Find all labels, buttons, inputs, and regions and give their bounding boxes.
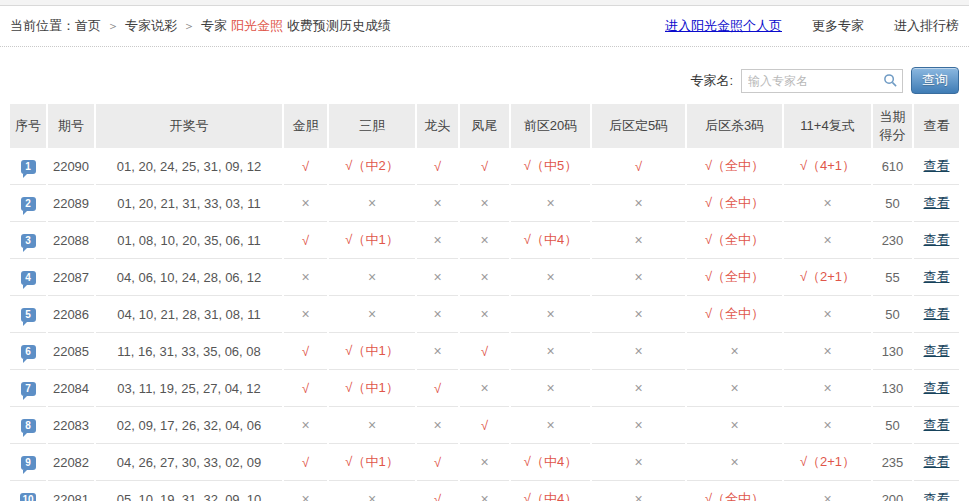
cell-front-20: √（中5） bbox=[511, 148, 590, 185]
cell-draw-numbers: 04, 10, 21, 28, 31, 08, 11 bbox=[96, 296, 282, 333]
cell-view: 查看 bbox=[914, 296, 959, 333]
cell-11-4-compound: × bbox=[784, 333, 871, 370]
cell-11-4-compound: × bbox=[784, 407, 871, 444]
view-link[interactable]: 查看 bbox=[924, 343, 950, 358]
cell-three-dan: × bbox=[329, 185, 415, 222]
cell-11-4-compound: × bbox=[784, 185, 871, 222]
cell-back-5: × bbox=[592, 296, 685, 333]
cell-front-20: √（中4） bbox=[511, 481, 590, 501]
cell-draw-numbers: 03, 11, 19, 25, 27, 04, 12 bbox=[96, 370, 282, 407]
breadcrumb-expert-talk[interactable]: 专家说彩 bbox=[125, 18, 177, 33]
view-link[interactable]: 查看 bbox=[924, 269, 950, 284]
cell-rank: 1 bbox=[10, 148, 46, 185]
cell-score: 610 bbox=[873, 148, 912, 185]
cell-draw-numbers: 01, 20, 21, 31, 33, 03, 11 bbox=[96, 185, 282, 222]
cell-rank: 6 bbox=[10, 333, 46, 370]
cell-score: 50 bbox=[873, 296, 912, 333]
cell-dragon-head: × bbox=[417, 333, 458, 370]
cell-issue: 22082 bbox=[48, 444, 94, 481]
cell-phoenix-tail: × bbox=[460, 296, 509, 333]
cell-rank: 10 bbox=[10, 481, 46, 501]
search-input[interactable] bbox=[741, 69, 903, 93]
cell-front-20: × bbox=[511, 333, 590, 370]
magnifier-icon[interactable] bbox=[883, 73, 898, 88]
table-row: 12209001, 20, 24, 25, 31, 09, 12√√（中2）√√… bbox=[10, 148, 959, 185]
view-link[interactable]: 查看 bbox=[924, 491, 950, 501]
cell-front-20: × bbox=[511, 407, 590, 444]
cell-front-20: √（中4） bbox=[511, 222, 590, 259]
search-bar: 专家名: 查询 bbox=[0, 47, 969, 104]
cell-draw-numbers: 04, 26, 27, 30, 33, 02, 09 bbox=[96, 444, 282, 481]
cell-issue: 22084 bbox=[48, 370, 94, 407]
breadcrumb-home[interactable]: 首页 bbox=[75, 18, 101, 33]
cell-back-5: × bbox=[592, 444, 685, 481]
cell-dragon-head: √ bbox=[417, 148, 458, 185]
cell-score: 200 bbox=[873, 481, 912, 501]
cell-score: 235 bbox=[873, 444, 912, 481]
cell-rank: 3 bbox=[10, 222, 46, 259]
cell-issue: 22088 bbox=[48, 222, 94, 259]
cell-back-5: × bbox=[592, 481, 685, 501]
rank-badge: 5 bbox=[21, 308, 36, 322]
ranking-list-link[interactable]: 进入排行榜 bbox=[894, 17, 959, 35]
cell-back-kill-3: × bbox=[687, 407, 782, 444]
breadcrumb-expert-label: 专家 bbox=[201, 18, 227, 33]
view-link[interactable]: 查看 bbox=[924, 380, 950, 395]
breadcrumb-separator: ＞ bbox=[107, 19, 119, 33]
cell-three-dan: × bbox=[329, 407, 415, 444]
view-link[interactable]: 查看 bbox=[924, 417, 950, 432]
col-front-20: 前区20码 bbox=[511, 104, 590, 148]
table-row: 52208604, 10, 21, 28, 31, 08, 11××××××√（… bbox=[10, 296, 959, 333]
cell-phoenix-tail: √ bbox=[460, 148, 509, 185]
cell-phoenix-tail: √ bbox=[460, 333, 509, 370]
cell-back-5: √ bbox=[592, 148, 685, 185]
view-link[interactable]: 查看 bbox=[924, 232, 950, 247]
view-link[interactable]: 查看 bbox=[924, 306, 950, 321]
cell-front-20: × bbox=[511, 296, 590, 333]
cell-draw-numbers: 11, 16, 31, 33, 35, 06, 08 bbox=[96, 333, 282, 370]
col-draw-numbers: 开奖号 bbox=[96, 104, 282, 148]
table-row: 72208403, 11, 19, 25, 27, 04, 12√√（中1）√×… bbox=[10, 370, 959, 407]
cell-score: 130 bbox=[873, 333, 912, 370]
rank-badge: 1 bbox=[21, 160, 36, 174]
search-button[interactable]: 查询 bbox=[911, 67, 959, 94]
cell-draw-numbers: 05, 10, 19, 31, 32, 09, 10 bbox=[96, 481, 282, 501]
view-link[interactable]: 查看 bbox=[924, 195, 950, 210]
cell-phoenix-tail: × bbox=[460, 259, 509, 296]
cell-three-dan: √（中1） bbox=[329, 444, 415, 481]
cell-three-dan: × bbox=[329, 481, 415, 501]
more-experts-link[interactable]: 更多专家 bbox=[812, 17, 864, 35]
rank-badge: 9 bbox=[21, 456, 36, 470]
cell-golden-dan: √ bbox=[284, 444, 327, 481]
view-link[interactable]: 查看 bbox=[924, 158, 950, 173]
page-title: 收费预测历史成绩 bbox=[287, 18, 391, 33]
col-back-kill-3: 后区杀3码 bbox=[687, 104, 782, 148]
cell-golden-dan: √ bbox=[284, 222, 327, 259]
cell-golden-dan: × bbox=[284, 259, 327, 296]
cell-phoenix-tail: √ bbox=[460, 407, 509, 444]
cell-back-5: × bbox=[592, 333, 685, 370]
col-issue: 期号 bbox=[48, 104, 94, 148]
cell-back-kill-3: × bbox=[687, 444, 782, 481]
breadcrumb-prefix: 当前位置： bbox=[10, 18, 75, 33]
table-row: 42208704, 06, 10, 24, 28, 06, 12××××××√（… bbox=[10, 259, 959, 296]
cell-11-4-compound: × bbox=[784, 370, 871, 407]
expert-personal-page-link[interactable]: 进入阳光金照个人页 bbox=[665, 17, 782, 35]
cell-golden-dan: √ bbox=[284, 370, 327, 407]
cell-back-kill-3: √（全中） bbox=[687, 259, 782, 296]
cell-three-dan: √（中1） bbox=[329, 222, 415, 259]
rank-badge: 8 bbox=[21, 419, 36, 433]
cell-three-dan: × bbox=[329, 259, 415, 296]
cell-rank: 5 bbox=[10, 296, 46, 333]
search-input-wrap bbox=[741, 69, 903, 93]
col-golden-dan: 金胆 bbox=[284, 104, 327, 148]
table-row: 92208204, 26, 27, 30, 33, 02, 09√√（中1）√×… bbox=[10, 444, 959, 481]
cell-dragon-head: √ bbox=[417, 444, 458, 481]
col-score: 当期得分 bbox=[873, 104, 912, 148]
cell-back-kill-3: √（全中） bbox=[687, 481, 782, 501]
cell-dragon-head: √ bbox=[417, 481, 458, 501]
view-link[interactable]: 查看 bbox=[924, 454, 950, 469]
cell-draw-numbers: 02, 09, 17, 26, 32, 04, 06 bbox=[96, 407, 282, 444]
cell-phoenix-tail: × bbox=[460, 481, 509, 501]
cell-rank: 7 bbox=[10, 370, 46, 407]
